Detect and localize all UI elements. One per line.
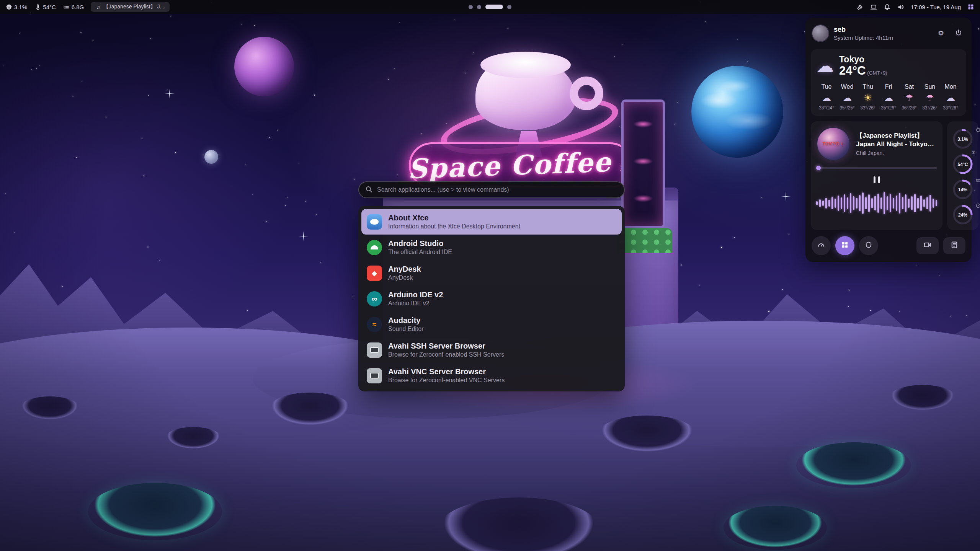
- app-title: AnyDesk: [388, 264, 421, 274]
- sidebar-buttons: [811, 235, 966, 257]
- avatar: [812, 24, 829, 42]
- sun-icon: [858, 92, 878, 104]
- clock[interactable]: 17:09 - Tue, 19 Aug: [911, 4, 961, 10]
- media-player-card: TOKYO L 【Japanese Playlist】 Japan All Ni…: [811, 121, 942, 230]
- waveform: [816, 189, 937, 217]
- forecast-temps: 33°/24°: [816, 105, 837, 111]
- widgets-button[interactable]: [835, 236, 854, 255]
- cpu-icon: [6, 4, 12, 10]
- media-title: 【Japanese Playlist】 Japan All Night - To…: [856, 132, 937, 148]
- app-desc: Sound Editor: [388, 325, 424, 333]
- list-item-avahi-ssh[interactable]: Avahi SSH Server Browser Browse for Zero…: [361, 337, 622, 363]
- forecast-day: Wed: [837, 83, 858, 90]
- audacity-icon: ≈: [367, 317, 382, 332]
- app-title: Avahi SSH Server Browser: [388, 341, 504, 351]
- earth-planet: [691, 66, 783, 158]
- app-desc: Arduino IDE v2: [388, 300, 443, 307]
- media-progress-bar[interactable]: [816, 167, 937, 169]
- coffee-cup: [475, 57, 576, 130]
- cpu-value: 3.1%: [14, 4, 27, 10]
- search-bar[interactable]: [358, 181, 625, 198]
- app-title: Arduino IDE v2: [388, 290, 443, 300]
- bell-icon[interactable]: [884, 4, 890, 10]
- gauge-value: 3.1%: [952, 137, 974, 142]
- forecast-temps: 33°/26°: [920, 105, 940, 111]
- memory-stat: 6.8G: [64, 4, 84, 10]
- neon-sign-text: Space Coffee: [407, 146, 612, 185]
- thermometer-icon: [35, 4, 41, 10]
- forecast-day: Sat: [899, 83, 920, 90]
- pause-button[interactable]: [869, 174, 884, 186]
- app-title: Avahi VNC Server Browser: [388, 367, 505, 377]
- app-desc: Browse for Zeroconf-enabled SSH Servers: [388, 351, 504, 359]
- disk-gauge: 24%: [952, 201, 974, 226]
- stats-button[interactable]: [812, 236, 831, 255]
- forecast-temps: 35°/25°: [837, 105, 858, 111]
- app-desc: Information about the Xfce Desktop Envir…: [388, 223, 520, 230]
- album-art: TOKYO L: [816, 127, 851, 161]
- workspace-dot-1[interactable]: [469, 5, 473, 9]
- workspace-indicator: [469, 0, 511, 14]
- tools-icon[interactable]: [857, 4, 863, 10]
- memory-gauge: 14%: [952, 176, 974, 201]
- app-grid-icon[interactable]: [968, 4, 974, 10]
- album-art-text: TOKYO L: [823, 142, 844, 146]
- search-icon: [365, 186, 372, 194]
- widget-sidebar: seb System Uptime: 4h11m ⚙ ☁ Tokyo 24°C(…: [805, 18, 972, 262]
- crater: [796, 442, 911, 488]
- gauge-value: 54°C: [952, 162, 974, 167]
- weather-timezone: (GMT+9): [867, 70, 887, 76]
- weather-city: Tokyo: [839, 54, 887, 65]
- user-card: seb System Uptime: 4h11m ⚙: [811, 23, 966, 44]
- cpu-gauge: 3.1%: [952, 125, 974, 150]
- app-desc: Browse for Zeroconf-enabled VNC Servers: [388, 377, 505, 384]
- crater: [724, 506, 827, 550]
- themes-button[interactable]: [859, 236, 878, 255]
- settings-button[interactable]: ⚙: [934, 26, 948, 40]
- forecast-day: Fri: [878, 83, 899, 90]
- top-bar: 3.1% 54°C 6.8G ♫ 【Japanese Playlist】 J..…: [0, 0, 980, 14]
- list-item-avahi-vnc[interactable]: Avahi VNC Server Browser Browse for Zero…: [361, 363, 622, 388]
- media-pill[interactable]: ♫ 【Japanese Playlist】 J...: [91, 2, 170, 12]
- avahi-icon: [367, 368, 382, 383]
- music-note-icon: ♫: [96, 4, 100, 10]
- app-title: Android Studio: [388, 239, 452, 248]
- list-item-anydesk[interactable]: ◆ AnyDesk AnyDesk: [361, 260, 622, 286]
- crater: [165, 427, 222, 450]
- weather-card: ☁ Tokyo 24°C(GMT+9) Tue Wed Thu Fri Sat …: [811, 49, 966, 116]
- workspace-active[interactable]: [485, 5, 503, 9]
- app-title: Audacity: [388, 316, 424, 325]
- system-uptime: System Uptime: 4h11m: [834, 34, 893, 41]
- workspace-dot-2[interactable]: [477, 5, 481, 9]
- screencast-button[interactable]: [916, 237, 939, 254]
- video-icon: [924, 241, 931, 250]
- forecast-day: Mon: [940, 83, 961, 90]
- android-studio-icon: [367, 240, 382, 255]
- search-input[interactable]: [377, 186, 618, 193]
- gauge-value: 14%: [952, 187, 974, 192]
- list-item-android-studio[interactable]: Android Studio The official Android IDE: [361, 235, 622, 260]
- display-icon[interactable]: [870, 4, 877, 10]
- anydesk-icon: ◆: [367, 266, 382, 281]
- crater: [88, 483, 222, 540]
- forecast-temps: 33°/26°: [858, 105, 878, 111]
- app-launcher: About Xfce Information about the Xfce De…: [358, 181, 625, 391]
- forecast-temps: 35°/26°: [878, 105, 899, 111]
- cloud-icon: [816, 92, 837, 104]
- list-item-about-xfce[interactable]: About Xfce Information about the Xfce De…: [361, 209, 622, 235]
- sparkle-star: [165, 89, 175, 99]
- progress-handle[interactable]: [816, 166, 821, 170]
- small-moon: [204, 150, 218, 164]
- workspace-dot-4[interactable]: [507, 5, 511, 9]
- memory-icon: [64, 4, 69, 10]
- crater: [888, 385, 957, 412]
- power-button[interactable]: [952, 26, 965, 40]
- volume-icon[interactable]: [897, 4, 904, 10]
- forecast-day: Sun: [920, 83, 940, 90]
- list-item-audacity[interactable]: ≈ Audacity Sound Editor: [361, 311, 622, 337]
- sparkle-star: [299, 231, 309, 241]
- umbrella-icon: [899, 92, 920, 104]
- list-item-arduino[interactable]: ∞ Arduino IDE v2 Arduino IDE v2: [361, 286, 622, 311]
- shield-icon: [865, 241, 872, 250]
- notes-button[interactable]: [943, 237, 965, 254]
